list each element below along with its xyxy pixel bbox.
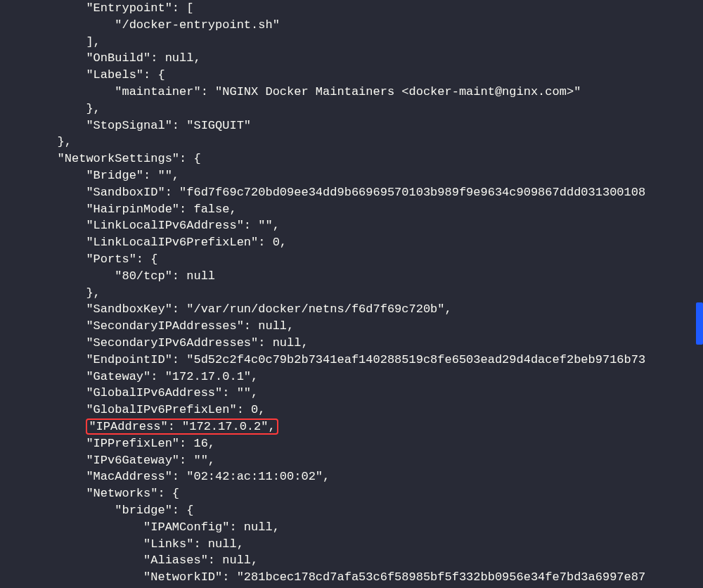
code-line: "SecondaryIPAddresses": null,	[0, 318, 703, 335]
code-line: "IPPrefixLen": 16,	[0, 435, 703, 452]
code-line: },	[0, 101, 703, 117]
highlighted-ip-address: "IPAddress": "172.17.0.2",	[86, 418, 278, 435]
code-line: "80/tcp": null	[0, 268, 703, 285]
code-line: "bridge": {	[0, 502, 703, 519]
code-line: "SandboxKey": "/var/run/docker/netns/f6d…	[0, 301, 703, 318]
code-line: "EndpointID": "5d52c2f4c0c79b2b7341eaf14…	[0, 352, 703, 369]
code-line: "IPv6Gateway": "",	[0, 452, 703, 469]
code-line: },	[0, 134, 703, 151]
code-line: "maintainer": "NGINX Docker Maintainers …	[0, 84, 703, 101]
code-line: "Ports": {	[0, 251, 703, 268]
code-line: "Links": null,	[0, 536, 703, 553]
code-line: "Labels": {	[0, 67, 703, 84]
scrollbar-thumb[interactable]	[696, 302, 703, 345]
code-line: "LinkLocalIPv6Address": "",	[0, 217, 703, 234]
code-line: "IPAddress": "172.17.0.2",	[0, 418, 703, 435]
terminal-output: "Entrypoint": [ "/docker-entrypoint.sh" …	[0, 0, 703, 586]
code-line: "StopSignal": "SIGQUIT"	[0, 117, 703, 134]
code-line: "HairpinMode": false,	[0, 201, 703, 218]
code-line: "SandboxID": "f6d7f69c720bd09ee34dd9b669…	[0, 184, 703, 201]
code-line: "GlobalIPv6Address": "",	[0, 385, 703, 402]
code-line: "MacAddress": "02:42:ac:11:00:02",	[0, 468, 703, 485]
code-line: "NetworkID": "281bcec178cd7afa53c6f58985…	[0, 569, 703, 586]
code-line: "Networks": {	[0, 485, 703, 502]
code-line: "Bridge": "",	[0, 167, 703, 184]
code-line: "LinkLocalIPv6PrefixLen": 0,	[0, 234, 703, 251]
code-line: },	[0, 285, 703, 302]
code-line: "NetworkSettings": {	[0, 151, 703, 167]
code-line: "IPAMConfig": null,	[0, 519, 703, 536]
code-line: "Entrypoint": [	[0, 0, 703, 17]
code-line: ],	[0, 34, 703, 51]
code-line: "OnBuild": null,	[0, 50, 703, 67]
code-line: "GlobalIPv6PrefixLen": 0,	[0, 402, 703, 418]
code-line: "Gateway": "172.17.0.1",	[0, 369, 703, 385]
json-code-block: "Entrypoint": [ "/docker-entrypoint.sh" …	[0, 0, 703, 586]
code-line: "/docker-entrypoint.sh"	[0, 17, 703, 34]
code-line: "Aliases": null,	[0, 552, 703, 569]
code-line: "SecondaryIPv6Addresses": null,	[0, 335, 703, 352]
